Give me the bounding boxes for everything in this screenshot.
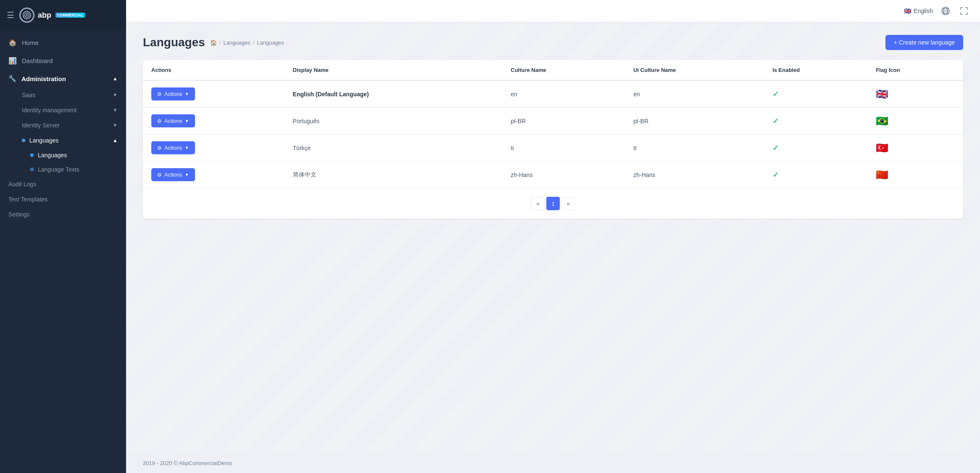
col-actions: Actions xyxy=(143,60,285,80)
check-icon-3: ✓ xyxy=(772,171,779,179)
cell-actions-0: ⚙ Actions ▼ xyxy=(143,80,285,108)
sidebar-group-administration[interactable]: 🔧 Administration ▲ xyxy=(0,70,126,87)
cell-culture-name-1: pt-BR xyxy=(502,108,625,135)
page-title: Languages xyxy=(143,36,205,49)
sidebar-item-text-templates[interactable]: Text Templates xyxy=(0,192,126,207)
identity-mgmt-chevron-icon: ▼ xyxy=(113,107,118,113)
cell-actions-3: ⚙ Actions ▼ xyxy=(143,161,285,188)
cell-culture-name-2: tr xyxy=(502,135,625,161)
table-row: ⚙ Actions ▼ English (Default Language) e… xyxy=(143,80,963,108)
administration-label: Administration xyxy=(21,75,66,82)
language-label: English xyxy=(914,8,933,14)
breadcrumb: 🏠 / Languages / Languages xyxy=(210,40,284,46)
caret-icon-0: ▼ xyxy=(185,92,189,96)
actions-button-2[interactable]: ⚙ Actions ▼ xyxy=(151,141,195,154)
cell-is-enabled-3: ✓ xyxy=(764,161,867,188)
create-language-button[interactable]: + Create new language xyxy=(885,35,963,50)
breadcrumb-languages-1: Languages xyxy=(223,40,250,46)
language-texts-label: Language Texts xyxy=(38,166,79,173)
sidebar-item-saas[interactable]: Saas ▼ xyxy=(0,87,126,103)
administration-header-left: 🔧 Administration xyxy=(8,75,66,82)
actions-button-3[interactable]: ⚙ Actions ▼ xyxy=(151,168,195,181)
logo-icon xyxy=(19,8,34,23)
page-title-section: Languages 🏠 / Languages / Languages xyxy=(143,36,284,49)
languages-list-dot-icon xyxy=(30,153,34,157)
logo-text: abp xyxy=(38,11,51,20)
gear-icon-1: ⚙ xyxy=(157,118,162,124)
caret-icon-3: ▼ xyxy=(185,172,189,177)
fullscreen-icon[interactable] xyxy=(958,5,970,17)
audit-logs-label: Audit Logs xyxy=(8,181,36,188)
wrench-icon: 🔧 xyxy=(8,75,16,82)
actions-label-1: Actions xyxy=(164,118,182,124)
display-name-text-3: 简体中文 xyxy=(293,171,316,178)
cell-is-enabled-1: ✓ xyxy=(764,108,867,135)
saas-chevron-icon: ▼ xyxy=(113,92,118,98)
sidebar-item-identity-management[interactable]: Identity management ▼ xyxy=(0,103,126,118)
actions-label-2: Actions xyxy=(164,145,182,151)
cell-ui-culture-name-2: tr xyxy=(625,135,764,161)
check-icon-1: ✓ xyxy=(772,117,779,125)
pagination-page-1[interactable]: 1 xyxy=(546,197,560,210)
cell-flag-0: 🇬🇧 xyxy=(867,80,963,108)
gear-icon-2: ⚙ xyxy=(157,145,162,151)
caret-icon-1: ▼ xyxy=(185,119,189,123)
cell-flag-1: 🇧🇷 xyxy=(867,108,963,135)
sidebar-item-languages[interactable]: Languages ▲ xyxy=(0,133,126,148)
table-row: ⚙ Actions ▼ Türkçe tr tr ✓ 🇹🇷 xyxy=(143,135,963,161)
sidebar-item-dashboard-label: Dashboard xyxy=(22,57,53,64)
gear-icon-3: ⚙ xyxy=(157,172,162,178)
table-body: ⚙ Actions ▼ English (Default Language) e… xyxy=(143,80,963,188)
col-ui-culture-name: Ui Culture Name xyxy=(625,60,764,80)
sidebar-item-language-texts[interactable]: Language Texts xyxy=(0,162,126,177)
identity-server-label: Identity Server xyxy=(22,122,60,129)
flag-icon-3: 🇨🇳 xyxy=(876,169,888,180)
globe-icon[interactable] xyxy=(940,5,951,17)
actions-button-0[interactable]: ⚙ Actions ▼ xyxy=(151,87,195,100)
sidebar-item-audit-logs[interactable]: Audit Logs xyxy=(0,177,126,192)
sidebar-item-settings[interactable]: Settings xyxy=(0,207,126,222)
logo-container: abp COMMERCIAL xyxy=(19,8,85,23)
sidebar-item-identity-server[interactable]: Identity Server ▼ xyxy=(0,118,126,133)
svg-point-2 xyxy=(26,14,28,16)
table-row: ⚙ Actions ▼ 简体中文 zh-Hans zh-Hans ✓ 🇨🇳 xyxy=(143,161,963,188)
actions-label-0: Actions xyxy=(164,91,182,97)
footer: 2019 - 2020 © AbpCommercialDemo xyxy=(126,453,980,473)
hamburger-icon[interactable]: ☰ xyxy=(7,10,14,20)
languages-label: Languages xyxy=(29,137,58,144)
sidebar-item-languages-list[interactable]: Languages xyxy=(0,148,126,162)
sidebar-item-home[interactable]: 🏠 Home xyxy=(0,34,126,52)
breadcrumb-languages-2: Languages xyxy=(257,40,284,46)
cell-culture-name-3: zh-Hans xyxy=(502,161,625,188)
languages-list-label: Languages xyxy=(38,152,67,159)
cell-is-enabled-0: ✓ xyxy=(764,80,867,108)
display-name-text-2: Türkçe xyxy=(293,145,311,151)
cell-display-name-3: 简体中文 xyxy=(285,161,503,188)
gear-icon-0: ⚙ xyxy=(157,91,162,97)
sidebar: ☰ abp COMMERCIAL 🏠 Home 📊 Dashboard xyxy=(0,0,126,473)
col-display-name: Display Name xyxy=(285,60,503,80)
actions-button-1[interactable]: ⚙ Actions ▼ xyxy=(151,114,195,127)
cell-culture-name-0: en xyxy=(502,80,625,108)
language-selector[interactable]: 🇬🇧 English xyxy=(904,8,933,14)
cell-flag-3: 🇨🇳 xyxy=(867,161,963,188)
cell-flag-2: 🇹🇷 xyxy=(867,135,963,161)
table-row: ⚙ Actions ▼ Português pt-BR pt-BR ✓ 🇧🇷 xyxy=(143,108,963,135)
check-icon-0: ✓ xyxy=(772,90,779,98)
dashboard-icon: 📊 xyxy=(8,57,17,65)
pagination-prev[interactable]: « xyxy=(531,197,545,210)
actions-label-3: Actions xyxy=(164,172,182,178)
pagination-next[interactable]: » xyxy=(561,197,575,210)
sidebar-item-home-label: Home xyxy=(22,39,39,46)
topbar: 🇬🇧 English xyxy=(126,0,980,22)
languages-table: Actions Display Name Culture Name Ui Cul… xyxy=(143,60,963,188)
cell-actions-2: ⚙ Actions ▼ xyxy=(143,135,285,161)
sidebar-item-dashboard[interactable]: 📊 Dashboard xyxy=(0,52,126,70)
cell-is-enabled-2: ✓ xyxy=(764,135,867,161)
cell-display-name-0: English (Default Language) xyxy=(285,80,503,108)
pagination: « 1 » xyxy=(143,188,963,219)
saas-label: Saas xyxy=(22,92,35,98)
flag-icon-0: 🇬🇧 xyxy=(876,88,888,100)
flag-icon-2: 🇹🇷 xyxy=(876,142,888,153)
cell-ui-culture-name-0: en xyxy=(625,80,764,108)
